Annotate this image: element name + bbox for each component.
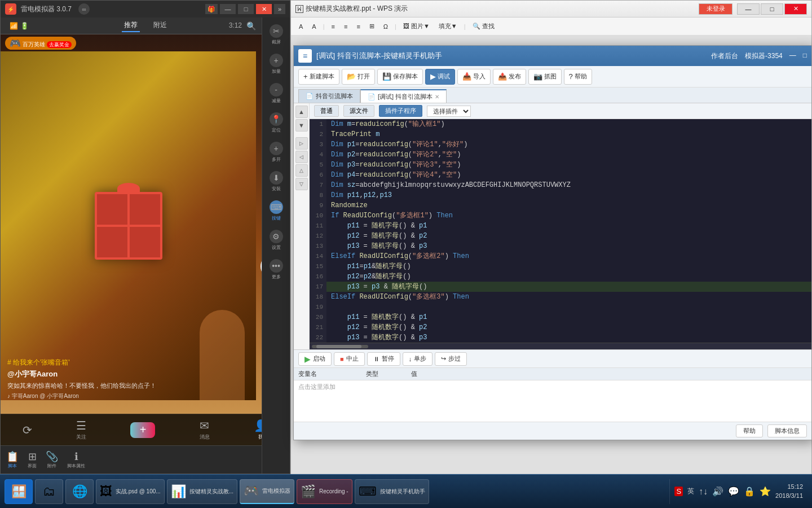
- debug-run-btn[interactable]: ▶ 调试: [425, 69, 455, 85]
- sidebar-btn-install[interactable]: ⬇ 安装: [264, 169, 289, 194]
- tray-star-icon[interactable]: ⭐: [760, 486, 771, 497]
- se-title: [调试] 抖音引流脚本-按键精灵手机助手: [316, 51, 707, 61]
- wps-tool-font-small[interactable]: A: [308, 22, 319, 31]
- capture-btn[interactable]: 📷 抓图: [528, 69, 562, 85]
- tray-volume-icon[interactable]: 🔊: [712, 486, 723, 497]
- taskbar-start[interactable]: 🪟: [5, 479, 33, 504]
- nav-recommended[interactable]: 推荐: [122, 19, 140, 32]
- wps-tool-list1[interactable]: ≡: [328, 22, 338, 31]
- emulator-titlebar: ⚡ 雷电模拟器 3.0.7 ∞ 🎁 — □ ✕ »: [1, 1, 290, 17]
- wps-login-btn[interactable]: 未登录: [699, 3, 732, 15]
- nav-search-icon[interactable]: 🔍: [246, 21, 256, 30]
- fold-btn3[interactable]: △: [295, 164, 308, 177]
- se-ctrl-minimize[interactable]: —: [789, 51, 796, 61]
- wps-tool-search[interactable]: 🔍 查找: [469, 21, 498, 32]
- code-line: 16 p12=p2&随机字母(): [310, 271, 811, 282]
- emulator-logo: ⚡: [5, 3, 16, 15]
- tab2-close[interactable]: ✕: [435, 94, 439, 100]
- debug-start-btn[interactable]: ▶ 启动: [298, 352, 332, 366]
- wps-minimize[interactable]: —: [737, 3, 760, 15]
- fold-btn4[interactable]: ▽: [295, 178, 308, 190]
- nav-nearby[interactable]: 附近: [151, 19, 169, 32]
- wps-tool-font-a[interactable]: A: [295, 22, 306, 31]
- emu-close[interactable]: ✕: [256, 4, 272, 14]
- debug-help-btn[interactable]: 帮助: [736, 424, 763, 437]
- h-scroll-thumb[interactable]: [316, 345, 361, 348]
- tray-security-icon[interactable]: 🔒: [744, 486, 755, 497]
- taskbar-wps[interactable]: 📊 按键精灵实战教...: [167, 479, 237, 504]
- debug-stepover-btn[interactable]: ↪ 步过: [435, 352, 467, 366]
- wps-tool-image[interactable]: 🖼 图片▼: [400, 21, 433, 32]
- taskbar-recording[interactable]: 🎬 Recording -: [297, 479, 352, 504]
- panel-props[interactable]: ℹ 脚本属性: [64, 449, 89, 470]
- code-line: 13 p13 = 随机字母() & p3: [310, 241, 811, 251]
- code-line: 4 Dim p2=readuiconfig("评论2","空"): [310, 150, 811, 160]
- tab-script2[interactable]: 📄 [调试] 抖音引流脚本 ✕: [360, 89, 447, 103]
- emu-arrow[interactable]: »: [274, 4, 285, 14]
- se-ctrl-maximize[interactable]: □: [803, 51, 807, 61]
- tray-msg-icon[interactable]: 💬: [728, 486, 739, 497]
- open-btn[interactable]: 📂 打开: [342, 69, 375, 85]
- tray-network-icon[interactable]: ↑↓: [699, 487, 708, 497]
- debug-pause-btn[interactable]: ⏸ 暂停: [367, 352, 400, 366]
- debug-info-btn[interactable]: 脚本信息: [767, 424, 807, 437]
- h-scrollbar[interactable]: [310, 343, 811, 349]
- collapse-up-btn[interactable]: ▲: [295, 106, 308, 118]
- wps-close[interactable]: ✕: [784, 3, 807, 15]
- publish-btn[interactable]: 📤 发布: [493, 69, 526, 85]
- sidebar-btn-settings[interactable]: ⚙ 设置: [264, 227, 289, 252]
- help-icon: ?: [569, 72, 573, 81]
- code-editor[interactable]: 1 Dim m=readuiconfig("输入框1") 2 TracePrin…: [310, 119, 811, 343]
- collapse-down-btn[interactable]: ▼: [295, 119, 308, 132]
- screenshot-icon: ✂: [270, 24, 283, 38]
- taskbar-photoshop[interactable]: 🖼 实战.psd @ 100...: [96, 479, 165, 504]
- nav-message[interactable]: ✉ 消息: [200, 419, 210, 441]
- wps-tool-cols[interactable]: ⊞: [366, 21, 378, 31]
- wps-tool-fill[interactable]: 填充▼: [435, 21, 461, 32]
- debug-step-btn[interactable]: ↓ 单步: [403, 352, 433, 366]
- sidebar-btn-minus[interactable]: - 减量: [264, 81, 289, 106]
- plugin-dropdown[interactable]: 选择插件: [427, 106, 471, 117]
- fold-btn1[interactable]: ▷: [295, 137, 308, 150]
- wps-tool-list2[interactable]: ≡: [341, 22, 351, 31]
- new-script-btn[interactable]: + 新建脚本: [298, 69, 339, 85]
- sidebar-btn-location[interactable]: 📍 定位: [264, 110, 289, 135]
- sidebar-btn-screenshot[interactable]: ✂ 截屏: [264, 22, 289, 47]
- nav-follow[interactable]: ☰ 关注: [76, 419, 86, 441]
- sidebar-btn-more[interactable]: ••• 更多: [264, 257, 289, 282]
- wps-maximize[interactable]: □: [761, 3, 783, 15]
- taskbar-assistant[interactable]: ⌨ 按键精灵手机助手: [355, 479, 429, 504]
- code-line: 8 Dim p11,p12,p13: [310, 190, 811, 200]
- debug-table-body[interactable]: 点击这里添加: [294, 380, 811, 422]
- panel-ui[interactable]: ⊞ 界面: [24, 449, 40, 470]
- fold-btn2[interactable]: ◁: [295, 151, 308, 163]
- debug-stop-btn[interactable]: ■ 中止: [334, 352, 365, 366]
- nav-home[interactable]: ⟳: [23, 423, 32, 437]
- import-btn[interactable]: 📥 导入: [457, 69, 491, 85]
- tab-script1[interactable]: 📄 抖音引流脚本: [298, 89, 360, 103]
- save-btn[interactable]: 💾 保存脚本: [377, 69, 423, 85]
- help-btn[interactable]: ? 帮助: [564, 69, 592, 85]
- tray-lang-icon[interactable]: 英: [687, 487, 694, 496]
- sidebar-btn-keyboard[interactable]: ⌨ 按键: [264, 198, 289, 223]
- sidebar-btn-add[interactable]: + 加量: [264, 51, 289, 76]
- code-line: 1 Dim m=readuiconfig("输入框1"): [310, 119, 811, 129]
- emu-gift-btn[interactable]: 🎁: [205, 4, 218, 14]
- panel-script[interactable]: 📋 脚本: [3, 449, 22, 470]
- wps-tool-text[interactable]: Ω: [380, 22, 391, 31]
- emulator-settings-icon: ∞: [78, 3, 90, 15]
- taskbar-explorer[interactable]: 🗂: [35, 479, 63, 504]
- sidebar-btn-multi[interactable]: + 多开: [264, 139, 289, 164]
- wps-tool-align[interactable]: ≡: [353, 22, 363, 31]
- nav-add-btn[interactable]: +: [130, 422, 155, 438]
- taskbar-browser[interactable]: 🌐: [65, 479, 94, 504]
- code-tab-plugin[interactable]: 插件子程序: [379, 105, 422, 117]
- code-tab-normal[interactable]: 普通: [314, 105, 339, 117]
- taskbar-emulator[interactable]: 🎮 雷电模拟器: [240, 479, 294, 504]
- panel-attach[interactable]: 📎 附件: [42, 449, 61, 470]
- code-tab-source[interactable]: 源文件: [343, 105, 374, 117]
- emu-maximize[interactable]: □: [238, 4, 254, 14]
- tray-input-icon[interactable]: S: [674, 487, 683, 496]
- emu-minimize[interactable]: —: [220, 4, 236, 14]
- sidebar-label-keyboard: 按键: [272, 215, 281, 221]
